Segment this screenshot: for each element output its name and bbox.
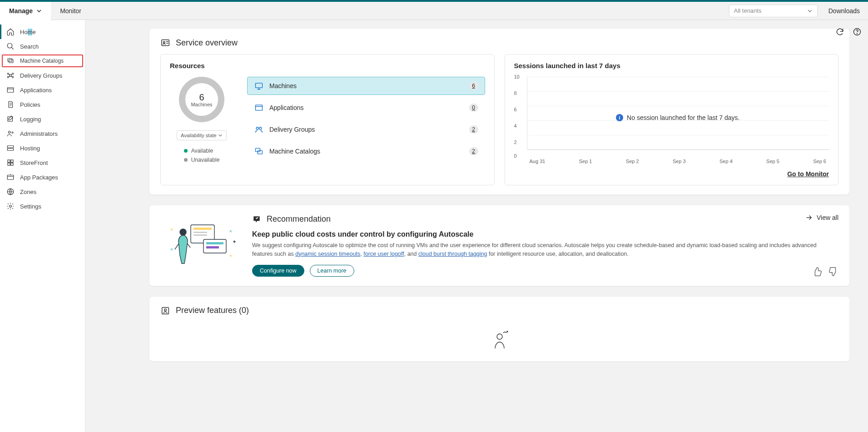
go-to-monitor-link[interactable]: Go to Monitor: [514, 170, 829, 178]
apps-icon: [6, 86, 15, 94]
tenant-select[interactable]: All tenants: [729, 5, 818, 17]
sessions-chart: 10 8 6 4 2 0: [514, 77, 829, 159]
sidebar-item-logging[interactable]: Logging: [0, 112, 85, 126]
sidebar-item-app-packages[interactable]: App Packages: [0, 170, 85, 184]
legend-dot-available: [184, 149, 188, 153]
view-all-label: View all: [817, 214, 838, 221]
downloads-link[interactable]: Downloads: [828, 7, 860, 15]
sessions-title: Sessions launched in last 7 days: [514, 62, 829, 70]
resource-item-machine-catalogs[interactable]: Machine Catalogs 2: [247, 142, 485, 160]
recommendation-card: View all: [149, 205, 850, 286]
recommendation-title: Keep public cloud costs under control by…: [252, 230, 838, 238]
thumbs-up-button[interactable]: [812, 267, 822, 277]
svg-point-10: [9, 131, 11, 134]
recommendation-text: We suggest configuring Autoscale to opti…: [252, 241, 838, 258]
resource-item-machines[interactable]: Machines 6: [247, 77, 485, 95]
svg-rect-13: [7, 149, 14, 151]
svg-rect-32: [193, 228, 212, 230]
svg-rect-8: [7, 88, 14, 93]
sidebar-item-machine-catalogs[interactable]: Machine Catalogs: [2, 55, 83, 67]
delivery-icon: [6, 71, 15, 79]
legend-unavailable: Unavailable: [191, 157, 220, 163]
machine-catalogs-icon: [254, 146, 264, 156]
tab-monitor[interactable]: Monitor: [51, 2, 90, 20]
main-content: Service overview Resources 6 Machines Av…: [85, 20, 868, 432]
resource-count[interactable]: 2: [469, 125, 478, 134]
svg-point-40: [230, 255, 232, 257]
thumbs-down-button[interactable]: [828, 267, 838, 277]
sessions-panel: Sessions launched in last 7 days 10 8 6 …: [505, 54, 839, 185]
sidebar-item-delivery-groups[interactable]: Delivery Groups: [0, 68, 85, 83]
link-cloud-burst-tagging[interactable]: cloud burst through tagging: [418, 251, 487, 257]
tab-manage-label: Manage: [9, 7, 33, 15]
delivery-groups-icon: [254, 124, 264, 134]
recommendation-illustration: [160, 214, 242, 269]
configure-now-button[interactable]: Configure now: [252, 265, 304, 277]
sidebar-item-label: StoreFront: [20, 159, 48, 166]
sidebar-item-storefront[interactable]: StoreFront: [0, 155, 85, 170]
view-all-link[interactable]: View all: [805, 214, 838, 222]
availability-select[interactable]: Availability state: [177, 130, 227, 140]
resource-count[interactable]: 0: [469, 104, 478, 112]
no-sessions-text: No session launched for the last 7 days.: [627, 114, 739, 121]
chart-xlabels: Aug 31 Sep 1 Sep 2 Sep 3 Sep 4 Sep 5 Sep…: [527, 159, 829, 164]
ytick: 4: [514, 123, 517, 129]
svg-point-7: [12, 76, 14, 78]
svg-rect-1: [8, 59, 12, 62]
sidebar-item-label: Logging: [20, 116, 41, 123]
xtick: Sep 5: [766, 159, 779, 164]
resource-item-applications[interactable]: Applications 0: [247, 99, 485, 117]
availability-label: Availability state: [181, 133, 217, 138]
sidebar-item-label: Policies: [20, 101, 40, 108]
applications-icon: [254, 103, 264, 113]
svg-rect-18: [7, 175, 14, 180]
sidebar-item-label: Search: [20, 43, 39, 50]
admins-icon: [6, 129, 15, 138]
resource-count[interactable]: 6: [469, 82, 478, 90]
sidebar-item-hosting[interactable]: Hosting: [0, 141, 85, 155]
resources-title: Resources: [170, 62, 485, 70]
ytick: 6: [514, 107, 517, 112]
sidebar-item-search[interactable]: Search: [0, 39, 85, 54]
chevron-down-icon: [807, 8, 813, 14]
legend-available: Available: [191, 148, 213, 154]
tab-manage[interactable]: Manage: [0, 2, 51, 20]
chart-plot: [527, 77, 829, 149]
svg-point-6: [7, 76, 9, 78]
catalog-icon: [6, 57, 15, 65]
feedback-buttons: [812, 267, 838, 277]
sidebar-item-label: Delivery Groups: [20, 72, 62, 79]
preview-features-card: Preview features (0): [149, 296, 850, 362]
sidebar-item-administrators[interactable]: Administrators: [0, 126, 85, 141]
sidebar-item-applications[interactable]: Applications: [0, 83, 85, 97]
resource-count[interactable]: 2: [469, 147, 478, 155]
refresh-button[interactable]: [835, 27, 844, 36]
settings-icon: [6, 202, 15, 210]
svg-point-38: [180, 229, 186, 235]
link-force-user-logoff[interactable]: force user logoff: [363, 251, 404, 257]
sidebar-item-label: Settings: [20, 203, 41, 210]
resource-label: Machine Catalogs: [269, 148, 464, 155]
packages-icon: [6, 173, 15, 181]
sidebar-item-settings[interactable]: Settings: [0, 199, 85, 214]
svg-rect-2: [9, 60, 13, 63]
sidebar-item-label: Applications: [20, 87, 52, 94]
sidebar-item-zones[interactable]: Zones: [0, 184, 85, 199]
sidebar-item-home[interactable]: Home: [0, 25, 85, 39]
resource-label: Delivery Groups: [269, 126, 464, 133]
chevron-down-icon: [218, 133, 223, 138]
resource-label: Machines: [269, 82, 464, 89]
svg-rect-37: [206, 246, 219, 248]
xtick: Aug 31: [530, 159, 546, 164]
help-button[interactable]: [853, 27, 862, 36]
svg-rect-17: [11, 163, 13, 165]
storefront-icon: [6, 159, 15, 167]
resource-label: Applications: [269, 104, 464, 111]
sidebar-item-policies[interactable]: Policies: [0, 97, 85, 112]
link-dynamic-session-timeouts[interactable]: dynamic session timeouts: [295, 251, 360, 257]
learn-more-button[interactable]: Learn more: [310, 265, 354, 277]
policies-icon: [6, 100, 15, 109]
svg-rect-26: [256, 105, 263, 110]
svg-rect-34: [193, 234, 207, 236]
resource-item-delivery-groups[interactable]: Delivery Groups 2: [247, 120, 485, 139]
